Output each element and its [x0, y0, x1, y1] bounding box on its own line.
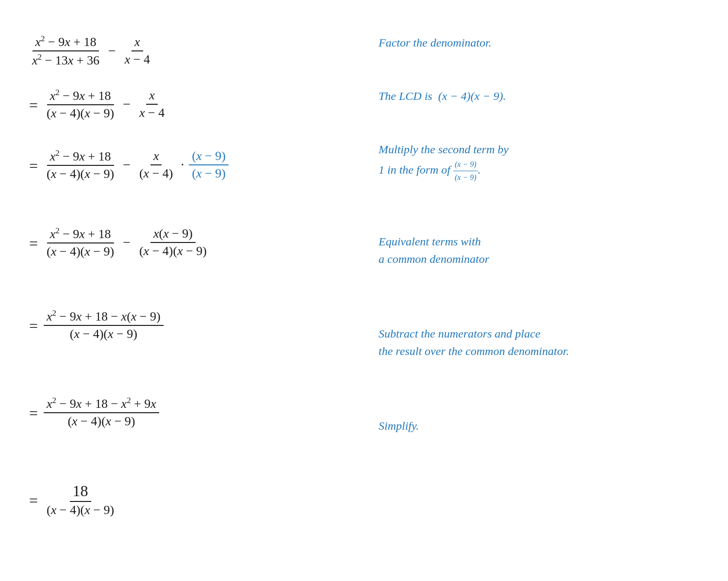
frac-step3-right: x(x − 9) (x − 4)(x − 9)	[136, 226, 210, 259]
annotation-0: Factor the denominator.	[379, 24, 699, 78]
annotation-text-3: Equivalent terms with a common denominat…	[379, 233, 489, 268]
annotation-text-4: Subtract the numerators and place the re…	[379, 325, 569, 360]
annotation-2: Multiply the second term by 1 in the for…	[379, 131, 699, 209]
step-3: = x2 − 9x + 18 (x − 4)(x − 9) − x(x − 9)…	[29, 209, 359, 276]
annotation-4: Subtract the numerators and place the re…	[379, 315, 699, 393]
frac-step1-right: x x − 4	[136, 87, 167, 121]
annotation-text-5: Simplify.	[379, 417, 419, 435]
step-2: = x2 − 9x + 18 (x − 4)(x − 9) − x (x − 4…	[29, 131, 359, 199]
step-6: = 18 (x − 4)(x − 9)	[29, 461, 359, 538]
annotation-text-0: Factor the denominator.	[379, 34, 492, 51]
annotation-3: Equivalent terms with a common denominat…	[379, 223, 699, 301]
step-4: = x2 − 9x + 18 − x(x − 9) (x − 4)(x − 9)	[29, 286, 359, 364]
frac-step4: x2 − 9x + 18 − x(x − 9) (x − 4)(x − 9)	[44, 307, 164, 342]
frac-step0-right: x x − 4	[122, 34, 153, 68]
frac-step3-left: x2 − 9x + 18 (x − 4)(x − 9)	[44, 225, 117, 260]
frac-step2-mid: x (x − 4)	[136, 148, 176, 182]
frac-step6: 18 (x − 4)(x − 9)	[44, 481, 117, 518]
annotation-1: The LCD is (x − 4)(x − 9).	[379, 78, 699, 131]
annotation-text-2: Multiply the second term by 1 in the for…	[379, 141, 509, 184]
frac-step5: x2 − 9x + 18 − x2 + 9x (x − 4)(x − 9)	[44, 395, 159, 430]
math-steps-column: x2 − 9x + 18 x2 − 13x + 36 − x x − 4 = x…	[29, 19, 359, 562]
step-0: x2 − 9x + 18 x2 − 13x + 36 − x x − 4	[29, 24, 359, 78]
frac-step2-right: (x − 9) (x − 9)	[189, 148, 229, 182]
frac-step1-left: x2 − 9x + 18 (x − 4)(x − 9)	[44, 87, 117, 122]
frac-step2-left: x2 − 9x + 18 (x − 4)(x − 9)	[44, 147, 117, 182]
annotation-text-1: The LCD is (x − 4)(x − 9).	[379, 87, 506, 105]
step-5: = x2 − 9x + 18 − x2 + 9x (x − 4)(x − 9)	[29, 373, 359, 451]
step-1: = x2 − 9x + 18 (x − 4)(x − 9) − x x − 4	[29, 78, 359, 131]
frac-step0-left: x2 − 9x + 18 x2 − 13x + 36	[29, 33, 102, 68]
annotation-5: Simplify.	[379, 407, 699, 485]
annotation-column: Factor the denominator. The LCD is (x − …	[359, 19, 699, 562]
